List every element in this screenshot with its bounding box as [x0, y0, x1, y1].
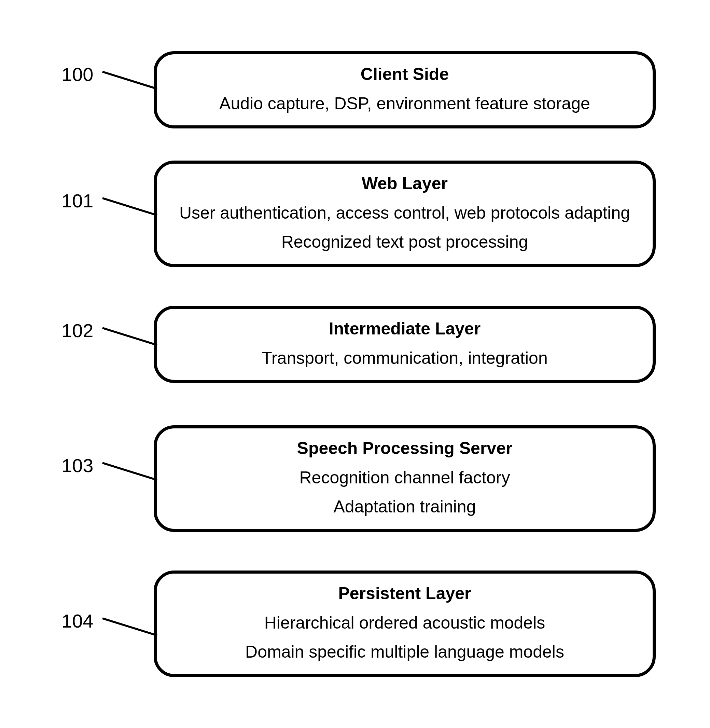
diagram-canvas: Client Side Audio capture, DSP, environm… [0, 0, 710, 728]
layer-line: Transport, communication, integration [170, 348, 639, 368]
lead-line-103 [103, 463, 160, 490]
svg-line-0 [103, 72, 157, 89]
layer-title: Client Side [170, 65, 639, 84]
layer-intermediate-layer: Intermediate Layer Transport, communicat… [154, 306, 656, 383]
layer-line: Adaptation training [170, 497, 639, 517]
layer-line: Recognition channel factory [170, 468, 639, 488]
svg-line-2 [103, 328, 157, 345]
layer-title: Web Layer [170, 174, 639, 194]
layer-client-side: Client Side Audio capture, DSP, environm… [154, 51, 656, 128]
layer-line: Recognized text post processing [170, 232, 639, 252]
layer-persistent-layer: Persistent Layer Hierarchical ordered ac… [154, 571, 656, 677]
layer-line: Audio capture, DSP, environment feature … [170, 94, 639, 114]
svg-line-3 [103, 463, 157, 480]
lead-line-102 [103, 328, 160, 355]
layer-line: Hierarchical ordered acoustic models [170, 613, 639, 633]
lead-line-100 [103, 72, 160, 99]
layer-title: Persistent Layer [170, 584, 639, 604]
layer-title: Speech Processing Server [170, 439, 639, 458]
layer-title: Intermediate Layer [170, 319, 639, 339]
layer-line: User authentication, access control, web… [170, 203, 639, 223]
layer-line: Domain specific multiple language models [170, 642, 639, 662]
layer-speech-processing-server: Speech Processing Server Recognition cha… [154, 425, 656, 532]
svg-line-4 [103, 618, 157, 636]
lead-line-101 [103, 198, 160, 226]
layer-web-layer: Web Layer User authentication, access co… [154, 161, 656, 267]
svg-line-1 [103, 198, 157, 215]
lead-line-104 [103, 618, 160, 646]
